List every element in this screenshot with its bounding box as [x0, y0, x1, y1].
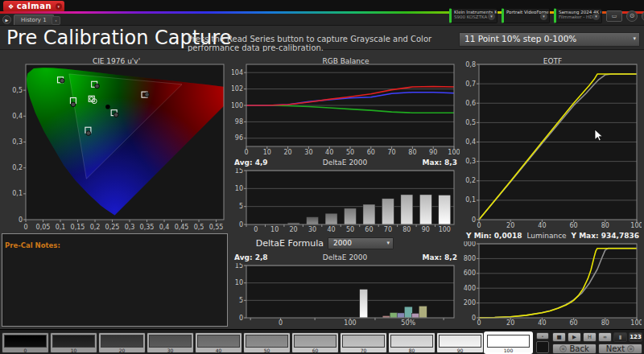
pre-cal-notes-box[interactable]: Pre-Cal Notes: [2, 233, 228, 327]
read-continuous-button[interactable]: ∞ [598, 332, 612, 342]
back-chevron-icon: « [559, 345, 567, 352]
calman-menu-button[interactable]: ❖calman ▾ [3, 1, 64, 12]
chevron-down-icon[interactable]: ▾ [592, 13, 600, 20]
patch-button-60[interactable]: 60 [291, 332, 339, 353]
tab-history-1[interactable]: History 1 [14, 14, 54, 25]
patch-label: 70 [342, 348, 385, 354]
svg-text:0,45: 0,45 [175, 224, 189, 231]
svg-text:104: 104 [232, 69, 243, 76]
chevron-down-icon[interactable]: ▾ [56, 3, 62, 10]
svg-text:40: 40 [327, 226, 335, 233]
chevron-down-icon[interactable]: ▾ [540, 13, 547, 20]
color-deltae-chart: 010050%051015 [232, 263, 460, 327]
chevron-down-icon: ▾ [386, 240, 390, 246]
patch-label: 20 [101, 348, 143, 354]
svg-text:10: 10 [235, 185, 243, 192]
patch-button-90[interactable]: 90 [436, 332, 484, 353]
display-device-button[interactable]: Samsung 2024 4K OLED Filmmaker - HDR ▾ [554, 8, 602, 23]
patch-label: 60 [294, 348, 336, 354]
svg-text:0: 0 [23, 224, 27, 231]
patch-button-0[interactable]: 0 [2, 332, 49, 353]
svg-text:0,2: 0,2 [90, 224, 101, 231]
patch-button-80[interactable]: 80 [388, 332, 436, 353]
formula-dropdown[interactable]: 2000 ▾ [328, 237, 394, 249]
svg-text:0: 0 [239, 221, 243, 228]
patch-swatch [342, 335, 385, 348]
custom-patch-button[interactable]: • [536, 332, 549, 340]
svg-text:0: 0 [477, 319, 481, 327]
point-level-value: 11 Point 10% step 0-100% [464, 34, 576, 43]
svg-text:50: 50 [346, 226, 354, 233]
settings-gear-icon[interactable]: ⊙ [626, 10, 638, 22]
chevron-down-icon: ▾ [633, 35, 636, 42]
grayscale-deltae-svg: 0102030405060708090100051015 [232, 168, 460, 234]
patch-button-20[interactable]: 20 [98, 332, 146, 353]
svg-text:0,4: 0,4 [465, 138, 476, 146]
svg-text:15: 15 [235, 168, 243, 175]
svg-text:0,1: 0,1 [56, 224, 66, 231]
patch-swatch [294, 335, 336, 348]
back-label: Back [569, 344, 588, 353]
cie-svg: 00,050,10,150,20,250,30,350,40,450,50,55… [5, 61, 228, 232]
color-deltae-panel: Avg: 2,8 DeltaE 2000 Max: 8,2 010050%051… [232, 253, 460, 327]
patch-button-30[interactable]: 30 [147, 332, 194, 353]
svg-text:0,1: 0,1 [12, 190, 23, 197]
patch-button-10[interactable]: 10 [50, 332, 97, 353]
stop-button[interactable]: ■ [552, 332, 566, 342]
patch-numbers-button[interactable]: 123 [629, 332, 642, 342]
patch-button-50[interactable]: 50 [243, 332, 291, 353]
svg-text:5: 5 [239, 203, 243, 210]
svg-text:0,3: 0,3 [125, 224, 135, 231]
svg-text:98: 98 [235, 118, 243, 126]
chevron-down-icon[interactable]: ▾ [488, 13, 495, 20]
grayscale-deltae-title: DeltaE 2000 [323, 158, 367, 168]
luminance-panel: Y Min: 0,0018 Luminance Y Max: 934,7836 … [464, 232, 642, 327]
svg-text:200: 200 [464, 299, 476, 307]
patch-button-70[interactable]: 70 [340, 332, 387, 353]
svg-text:70: 70 [384, 226, 392, 233]
tab-options-button[interactable]: • [52, 16, 60, 25]
svg-text:0: 0 [472, 315, 476, 322]
point-level-dropdown[interactable]: 11 Point 10% step 0-100% ▾ [459, 32, 640, 47]
source-device-button[interactable]: Portrait VideoForge Pro ▾ [502, 8, 550, 23]
page-header: Pre Calibration Capture Press the Read S… [0, 26, 644, 50]
svg-text:90: 90 [422, 226, 430, 233]
next-button[interactable]: Next » [598, 344, 642, 354]
svg-text:10: 10 [270, 226, 279, 233]
pause-button[interactable]: H [583, 332, 597, 342]
patch-window-button[interactable]: ▮ [613, 332, 627, 342]
read-series-button[interactable]: ▶ [568, 332, 581, 342]
patch-swatch [439, 335, 481, 348]
svg-text:30: 30 [304, 149, 312, 156]
eotf-svg: 02040608010000,10,20,30,40,50,60,70,8 [464, 61, 642, 230]
svg-text:0,35: 0,35 [140, 224, 155, 231]
svg-text:20: 20 [506, 222, 514, 229]
svg-text:100: 100 [448, 149, 460, 156]
svg-text:20: 20 [284, 149, 292, 156]
svg-text:0,3: 0,3 [465, 158, 476, 165]
luminance-title: Luminance [526, 232, 566, 241]
svg-text:60: 60 [570, 222, 578, 229]
device-bar: Klein Instruments K Series S900 KOSZTKA … [449, 8, 644, 23]
eotf-chart: 02040608010000,10,20,30,40,50,60,70,8 [464, 61, 642, 230]
patch-label: 90 [439, 348, 481, 354]
svg-text:800: 800 [464, 255, 476, 262]
patch-button-100[interactable]: 100 [485, 332, 532, 353]
patch-label: 30 [149, 348, 192, 354]
patch-swatch [4, 335, 47, 348]
svg-text:0,5: 0,5 [194, 224, 204, 231]
display-config-button[interactable]: ▭ [606, 10, 622, 22]
svg-text:0: 0 [477, 222, 481, 229]
next-label: Next [606, 344, 625, 353]
session-play-button[interactable]: ▶ [2, 15, 11, 24]
formula-value: 2000 [333, 239, 352, 247]
svg-text:0,2: 0,2 [12, 164, 23, 171]
patch-button-40[interactable]: 40 [195, 332, 242, 353]
svg-text:96: 96 [235, 134, 243, 142]
back-button[interactable]: « Back [552, 344, 597, 354]
svg-text:80: 80 [402, 226, 411, 233]
meter-device-button[interactable]: Klein Instruments K Series S900 KOSZTKA … [449, 8, 497, 23]
svg-text:60: 60 [367, 149, 375, 156]
patch-swatch [149, 335, 192, 348]
custom-patch-swatch[interactable] [536, 341, 549, 353]
